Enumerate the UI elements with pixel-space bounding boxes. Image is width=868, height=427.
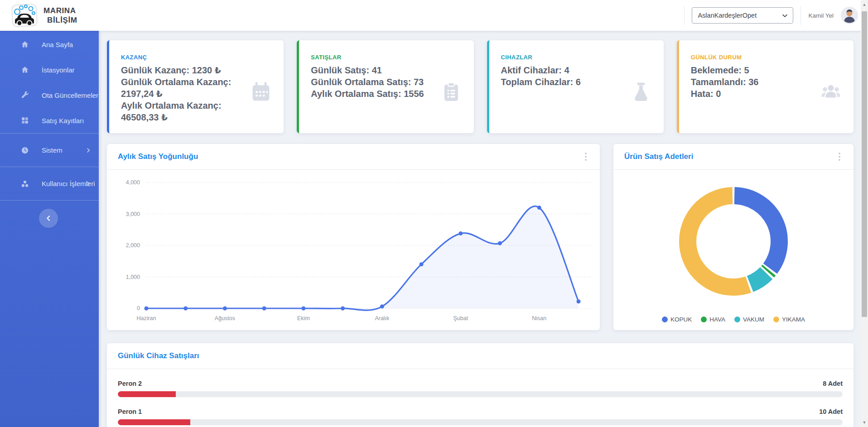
device-sales-row-peron-2: Peron 28 Adet (118, 380, 843, 397)
stat-card-category: SATIŞLAR (311, 54, 444, 61)
clock-icon (21, 146, 29, 154)
sidebar-divider (0, 200, 99, 201)
device-sales-row-peron-1: Peron 110 Adet (118, 408, 843, 425)
user-avatar[interactable] (841, 7, 858, 24)
grid-icon (21, 116, 29, 125)
progress-track (118, 419, 843, 425)
stat-card-cihazlar: CIHAZLARAktif Cihazlar: 4Toplam Cihazlar… (487, 40, 664, 133)
flask-icon (630, 81, 652, 103)
home-icon (21, 66, 29, 74)
sidebar-item-sistem[interactable]: Sistem (0, 134, 99, 167)
legend-label: VAKUM (743, 316, 764, 323)
header-divider (800, 6, 801, 25)
station-select-value: AslanKardeşlerOpet (698, 12, 757, 19)
sidebar-collapse-button[interactable] (39, 209, 58, 228)
monthly-sales-line-chart: 01,0002,0003,0004,000HaziranAğustosEkimA… (107, 170, 600, 330)
sidebar-item-label: Ota Güncellemeler (42, 91, 98, 99)
kebab-menu-icon[interactable] (580, 151, 592, 163)
device-sales-value: 10 Adet (819, 408, 843, 415)
boxes-icon (21, 180, 29, 188)
app-header: MARINA BİLİŞİM AslanKardeşlerOpet Kamil … (0, 0, 868, 31)
device-label: Peron 2 (118, 380, 142, 387)
stat-card-category: GÜNLÜK DURUM (691, 54, 825, 61)
stat-card-line: Toplam Cihazlar: 6 (501, 76, 635, 88)
legend-dot-icon (701, 317, 707, 322)
wrench-icon (21, 91, 29, 99)
stat-card-line: Aylık Ortalama Satış: 1556 (311, 88, 444, 100)
chevron-right-icon (85, 181, 92, 187)
stat-card-line: Günlük Kazanç: 1230 ₺ (121, 64, 255, 76)
donut-chart-title: Ürün Satış Adetleri (624, 152, 693, 161)
device-sales-value: 8 Adet (823, 380, 843, 387)
stat-card-g-nl-k-durum: GÜNLÜK DURUMBeklemede: 5Tamamlandı: 36Ha… (677, 40, 854, 133)
legend-dot-icon (773, 317, 779, 322)
progress-track (118, 391, 843, 397)
sidebar-item-label: Sistem (42, 146, 63, 154)
sidebar-item-kullan-c-i-lemleri[interactable]: Kullanıcı İşlemleri (0, 167, 99, 200)
sidebar: Ana SayfaİstasyonlarOta GüncellemelerSat… (0, 31, 99, 427)
svg-text:Aralık: Aralık (375, 315, 390, 321)
legend-item-vakum[interactable]: VAKUM (734, 316, 764, 323)
sidebar-item-label: Ana Sayfa (42, 41, 73, 48)
svg-text:Haziran: Haziran (136, 315, 156, 321)
station-select[interactable]: AslanKardeşlerOpet (692, 7, 793, 24)
stat-card-kazan: KAZANÇGünlük Kazanç: 1230 ₺Günlük Ortala… (107, 40, 284, 133)
stat-card-line: Aylık Ortalama Kazanç: 46508,33 ₺ (121, 100, 255, 123)
stat-card-line: Günlük Ortalama Satış: 73 (311, 76, 444, 88)
stat-card-line: Tamamlandı: 36 (691, 76, 825, 88)
stat-card-line: Günlük Satış: 41 (311, 64, 444, 76)
sidebar-item-sat-kay-tlar[interactable]: Satış Kayıtları (0, 108, 99, 133)
legend-label: HAVA (709, 316, 725, 323)
sidebar-item-label: Satış Kayıtları (42, 117, 84, 125)
legend-item-kopuk[interactable]: KOPUK (662, 316, 692, 323)
legend-item-hava[interactable]: HAVA (701, 316, 725, 323)
chevron-right-icon (85, 147, 92, 154)
progress-fill (118, 419, 190, 425)
main-content: KAZANÇGünlük Kazanç: 1230 ₺Günlük Ortala… (99, 31, 861, 427)
stat-card-sati-lar: SATIŞLARGünlük Satış: 41Günlük Ortalama … (297, 40, 473, 133)
product-sales-donut-chart (613, 170, 854, 306)
calendar-icon (250, 81, 272, 103)
progress-fill (118, 391, 176, 397)
svg-text:Nisan: Nisan (532, 315, 546, 321)
stat-card-line: Hata: 0 (691, 88, 825, 100)
stat-card-line: Aktif Cihazlar: 4 (501, 64, 635, 76)
svg-text:0: 0 (137, 305, 140, 312)
device-label: Peron 1 (118, 408, 142, 415)
stat-card-line: Beklemede: 5 (691, 64, 825, 76)
home-icon (21, 40, 29, 48)
svg-text:1,000: 1,000 (126, 274, 140, 280)
monthly-sales-chart-panel: Aylık Satış Yoğunluğu 01,0002,0003,0004,… (107, 144, 600, 330)
scroll-up-icon[interactable]: ▲ (861, 1, 868, 8)
scrollbar-thumb[interactable] (862, 11, 867, 317)
legend-label: KOPUK (670, 316, 692, 323)
sidebar-item-ota-g-ncellemeler[interactable]: Ota Güncellemeler (0, 82, 99, 108)
kebab-menu-icon[interactable] (834, 151, 845, 163)
legend-label: YIKAMA (782, 316, 805, 323)
brand: MARINA BİLİŞİM (0, 3, 99, 28)
scroll-down-icon[interactable]: ▼ (861, 419, 868, 426)
svg-text:Ekim: Ekim (297, 315, 310, 321)
header-divider (684, 6, 685, 25)
legend-dot-icon (662, 317, 668, 322)
sidebar-item-i-stasyonlar[interactable]: İstasyonlar (0, 57, 99, 82)
product-sales-chart-panel: Ürün Satış Adetleri KOPUKHAVAVAKUMYIKAMA (613, 144, 854, 330)
donut-legend: KOPUKHAVAVAKUMYIKAMA (613, 316, 854, 323)
daily-device-sales-panel: Günlük Cihaz Satışları Peron 28 AdetPero… (107, 343, 854, 427)
stat-card-category: CIHAZLAR (501, 54, 635, 61)
svg-text:Ağustos: Ağustos (215, 315, 235, 321)
svg-text:Şubat: Şubat (453, 315, 468, 321)
stat-card-line: Günlük Ortalama Kazanç: 2197,24 ₺ (121, 76, 255, 100)
stat-card-category: KAZANÇ (121, 54, 255, 61)
chevron-left-icon (45, 215, 52, 222)
legend-item-yikama[interactable]: YIKAMA (773, 316, 805, 323)
svg-text:4,000: 4,000 (126, 179, 140, 186)
svg-text:2,000: 2,000 (126, 242, 140, 249)
sidebar-item-ana-sayfa[interactable]: Ana Sayfa (0, 32, 99, 57)
vertical-scrollbar[interactable]: ▲ ▼ (861, 0, 868, 427)
clipboard-icon (440, 81, 462, 103)
brand-line2: BİLİŞİM (43, 15, 77, 25)
carwash-logo-icon (11, 3, 40, 28)
user-name: Kamil Yel (808, 12, 834, 19)
line-chart-title: Aylık Satış Yoğunluğu (118, 152, 198, 161)
